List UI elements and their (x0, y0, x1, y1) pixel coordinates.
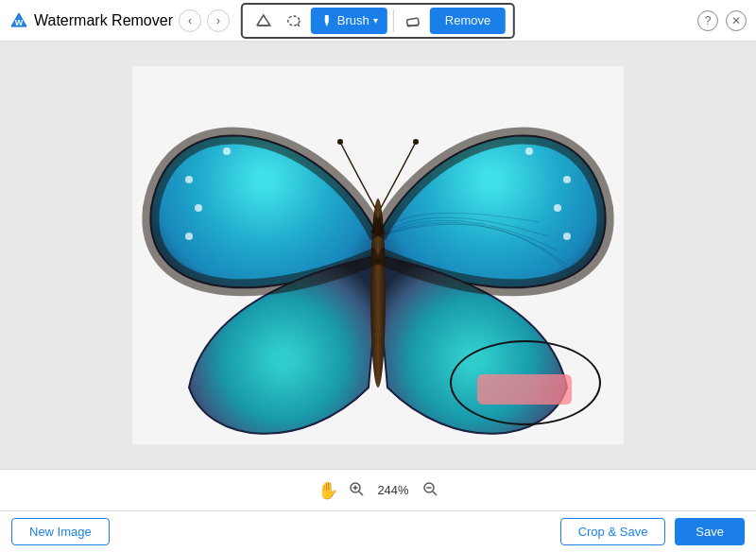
help-button[interactable]: ? (697, 10, 718, 31)
brush-chevron-icon: ▾ (373, 15, 378, 26)
app-logo-icon: W (9, 11, 28, 30)
header-right: ? ✕ (697, 10, 747, 31)
svg-line-9 (359, 492, 363, 495)
eraser-icon (404, 12, 421, 29)
zoom-bar: ✋ 244% (0, 469, 756, 510)
remove-button[interactable]: Remove (430, 8, 506, 34)
action-bar: New Image Crop & Save Save (0, 510, 756, 552)
svg-text:W: W (15, 18, 24, 27)
zoom-out-icon[interactable] (421, 480, 438, 501)
canvas-area (0, 42, 756, 469)
new-image-button[interactable]: New Image (11, 518, 110, 545)
header-left: W Watermark Remover ‹ › (9, 9, 230, 32)
polygon-icon (255, 12, 272, 29)
svg-line-13 (433, 492, 437, 495)
brush-icon (320, 14, 334, 27)
brush-tool-button[interactable]: Brush ▾ (311, 8, 387, 34)
lasso-icon (285, 12, 302, 29)
lasso-tool-button[interactable] (281, 8, 307, 34)
svg-rect-4 (325, 15, 329, 22)
zoom-level-display: 244% (374, 483, 412, 497)
save-button[interactable]: Save (675, 518, 745, 545)
nav-back-button[interactable]: ‹ (179, 9, 201, 32)
header: W Watermark Remover ‹ › (0, 0, 756, 42)
app-title: Watermark Remover (34, 12, 173, 29)
eraser-tool-button[interactable] (400, 8, 426, 34)
brush-mark (477, 374, 572, 405)
zoom-in-icon[interactable] (348, 480, 365, 501)
toolbar: Brush ▾ Remove (241, 3, 515, 39)
svg-line-3 (298, 24, 300, 26)
crop-save-button[interactable]: Crop & Save (560, 518, 666, 545)
action-right: Crop & Save Save (560, 518, 745, 545)
brush-label: Brush (337, 13, 369, 27)
toolbar-divider (393, 9, 394, 32)
close-button[interactable]: ✕ (726, 10, 747, 31)
polygon-tool-button[interactable] (250, 8, 277, 34)
hand-tool-icon[interactable]: ✋ (318, 480, 338, 501)
image-container (132, 66, 624, 444)
nav-forward-button[interactable]: › (207, 9, 230, 32)
